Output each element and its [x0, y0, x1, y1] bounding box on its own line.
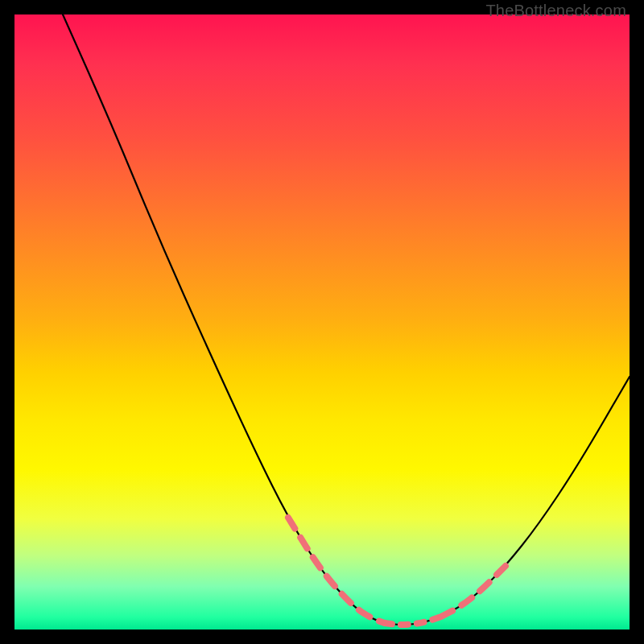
series-main-curve — [63, 14, 630, 625]
chart-svg — [14, 14, 630, 630]
chart-container: TheBottleneck.com — [0, 0, 644, 644]
plot-area — [14, 14, 630, 630]
series-pink-dash-left — [288, 518, 385, 623]
watermark-text: TheBottleneck.com — [485, 2, 626, 20]
series-pink-dash-right — [441, 566, 506, 617]
